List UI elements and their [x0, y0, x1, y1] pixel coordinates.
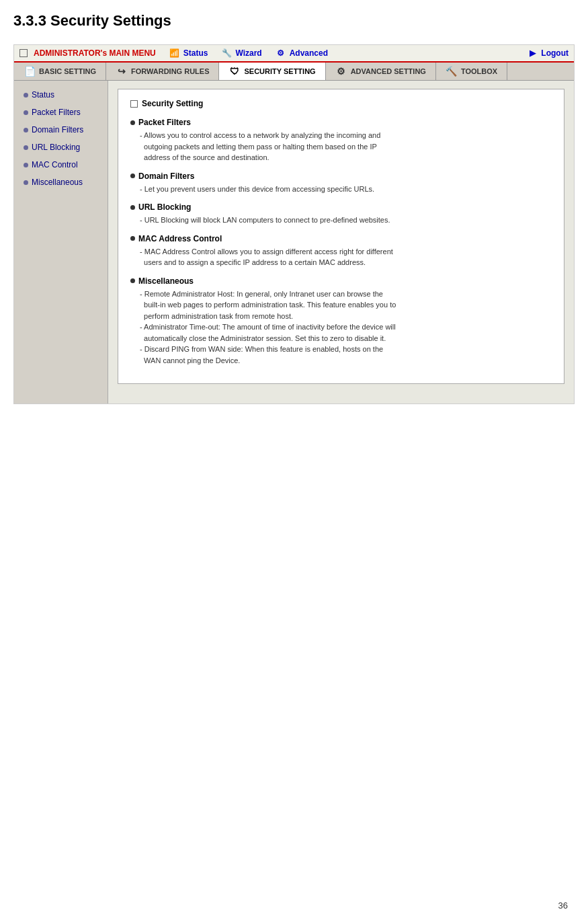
main-content: Status Packet Filters Domain Filters URL… — [14, 81, 574, 403]
packet-filters-title: Packet Filters — [130, 118, 552, 127]
mac-control-bullet-icon — [24, 163, 28, 167]
url-blocking-title-text: URL Blocking — [138, 202, 191, 212]
toolbox-icon: 🔨 — [446, 66, 458, 77]
tab-advanced-label: ADVANCED SETTING — [351, 67, 426, 75]
advanced-nav-label: Advanced — [290, 48, 328, 58]
forwarding-icon: ↪ — [116, 66, 128, 77]
basic-setting-icon: 📄 — [24, 66, 36, 77]
logout-nav-label: Logout — [541, 48, 569, 58]
wizard-nav-label: Wizard — [235, 48, 261, 58]
advanced-nav-item[interactable]: ⚙ Advanced — [276, 48, 328, 59]
main-menu-label: ADMINISTRATOR's MAIN MENU — [34, 48, 156, 58]
tab-basic-label: BASIC SETTING — [39, 67, 96, 75]
miscellaneous-bullet-icon — [24, 180, 28, 185]
packet-filters-title-text: Packet Filters — [138, 118, 191, 127]
tab-advanced-setting[interactable]: ⚙ ADVANCED SETTING — [326, 63, 436, 80]
security-icon: 🛡 — [228, 66, 241, 77]
tab-basic-setting[interactable]: 📄 BASIC SETTING — [14, 63, 106, 80]
advanced-icon: ⚙ — [276, 48, 286, 59]
sidebar-item-domain-filters[interactable]: Domain Filters — [14, 121, 108, 139]
logout-nav-item[interactable]: ▶ Logout — [527, 48, 569, 59]
packet-filters-section-bullet — [130, 120, 135, 125]
status-icon: 📶 — [169, 48, 180, 59]
miscellaneous-section-bullet — [130, 278, 135, 283]
miscellaneous-title-text: Miscellaneous — [138, 276, 194, 286]
tab-toolbox-label: TOOLBOX — [461, 67, 497, 75]
sidebar-url-blocking-label: URL Blocking — [32, 143, 80, 152]
status-bullet-icon — [24, 93, 28, 98]
packet-filters-desc: - Allows you to control access to a netw… — [130, 130, 552, 163]
sidebar-status-label: Status — [32, 90, 54, 100]
tab-bar: 📄 BASIC SETTING ↪ FORWARDING RULES 🛡 SEC… — [14, 63, 574, 81]
main-menu-link[interactable]: ADMINISTRATOR's MAIN MENU — [19, 48, 156, 58]
domain-filters-desc: - Let you prevent users under this devic… — [130, 184, 552, 195]
domain-filters-bullet-icon — [24, 128, 28, 132]
url-blocking-section: URL Blocking - URL Blocking will block L… — [130, 202, 552, 226]
wizard-icon: 🔧 — [221, 48, 232, 59]
page-number: 36 — [558, 900, 568, 911]
title-checkbox-icon — [130, 100, 138, 108]
url-blocking-section-bullet — [130, 205, 135, 210]
content-panel: Security Setting Packet Filters - Allows… — [108, 81, 574, 403]
domain-filters-section: Domain Filters - Let you prevent users u… — [130, 171, 552, 195]
miscellaneous-section: Miscellaneous - Remote Administrator Hos… — [130, 276, 552, 367]
menu-checkbox-icon — [19, 49, 28, 57]
sidebar-mac-control-label: MAC Control — [32, 160, 78, 169]
tab-security-setting[interactable]: 🛡 SECURITY SETTING — [219, 63, 325, 80]
mac-control-title-text: MAC Address Control — [138, 234, 222, 243]
sidebar-packet-filters-label: Packet Filters — [32, 108, 81, 117]
mac-control-section-bullet — [130, 236, 135, 241]
miscellaneous-desc: - Remote Administrator Host: In general,… — [130, 288, 552, 367]
router-ui: ADMINISTRATOR's MAIN MENU 📶 Status 🔧 Wiz… — [13, 44, 575, 404]
tab-toolbox[interactable]: 🔨 TOOLBOX — [436, 63, 507, 80]
security-setting-box: Security Setting Packet Filters - Allows… — [118, 89, 564, 384]
mac-control-desc: - MAC Address Control allows you to assi… — [130, 246, 552, 268]
domain-filters-title-text: Domain Filters — [138, 171, 194, 181]
miscellaneous-title: Miscellaneous — [130, 276, 552, 286]
url-blocking-title: URL Blocking — [130, 202, 552, 212]
sidebar-item-url-blocking[interactable]: URL Blocking — [14, 139, 108, 156]
tab-security-label: SECURITY SETTING — [244, 67, 315, 75]
sidebar-miscellaneous-label: Miscellaneous — [32, 178, 83, 187]
content-box-title-label: Security Setting — [142, 99, 203, 108]
top-nav-bar: ADMINISTRATOR's MAIN MENU 📶 Status 🔧 Wiz… — [14, 45, 574, 63]
content-box-title: Security Setting — [130, 99, 552, 108]
sidebar-item-mac-control[interactable]: MAC Control — [14, 156, 108, 174]
sidebar-item-packet-filters[interactable]: Packet Filters — [14, 104, 108, 121]
page-heading: 3.3.3 Security Settings — [0, 0, 588, 38]
mac-control-title: MAC Address Control — [130, 234, 552, 243]
sidebar: Status Packet Filters Domain Filters URL… — [14, 81, 108, 403]
logout-arrow-icon: ▶ — [527, 48, 538, 59]
tab-forwarding-label: FORWARDING RULES — [131, 67, 210, 75]
domain-filters-title: Domain Filters — [130, 171, 552, 181]
wizard-nav-item[interactable]: 🔧 Wizard — [221, 48, 261, 59]
url-blocking-desc: - URL Blocking will block LAN computers … — [130, 215, 552, 226]
url-blocking-bullet-icon — [24, 145, 28, 150]
status-nav-item[interactable]: 📶 Status — [169, 48, 208, 59]
status-nav-label: Status — [183, 48, 208, 58]
tab-forwarding-rules[interactable]: ↪ FORWARDING RULES — [106, 63, 220, 80]
sidebar-domain-filters-label: Domain Filters — [32, 125, 83, 134]
mac-control-section: MAC Address Control - MAC Address Contro… — [130, 234, 552, 268]
sidebar-item-status[interactable]: Status — [14, 86, 108, 104]
sidebar-item-miscellaneous[interactable]: Miscellaneous — [14, 174, 108, 191]
packet-filters-bullet-icon — [24, 110, 28, 115]
domain-filters-section-bullet — [130, 174, 135, 178]
packet-filters-section: Packet Filters - Allows you to control a… — [130, 118, 552, 163]
advanced-setting-icon: ⚙ — [335, 66, 347, 77]
